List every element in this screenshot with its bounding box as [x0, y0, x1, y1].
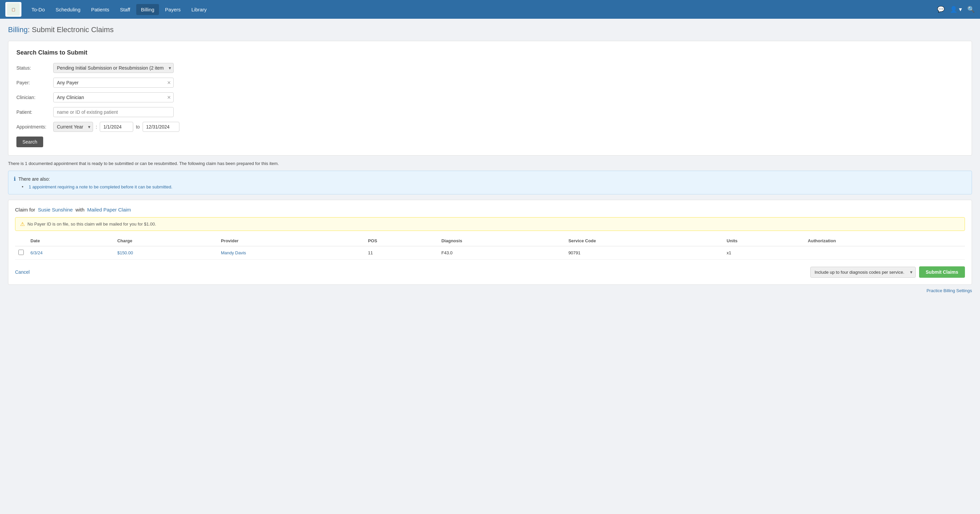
row-service-code: 90791: [565, 246, 723, 260]
appointment-note-link[interactable]: 1 appointment requiring a note to be com…: [29, 185, 172, 189]
col-date: Date: [27, 236, 114, 246]
submit-claims-button[interactable]: Submit Claims: [919, 266, 965, 278]
col-authorization: Authorization: [805, 236, 965, 246]
payer-input-wrap: ✕: [53, 78, 174, 88]
status-label: Status:: [16, 65, 53, 71]
clinician-input[interactable]: [53, 92, 174, 102]
date-to-label: to: [136, 124, 140, 129]
date-range-preset[interactable]: Current Year: [53, 122, 93, 132]
patient-label: Patient:: [16, 110, 53, 115]
claims-table: Date Charge Provider POS Diagnosis Servi…: [15, 236, 965, 260]
col-diagnosis: Diagnosis: [438, 236, 565, 246]
row-pos: 11: [364, 246, 438, 260]
bottom-bar: Cancel Include up to four diagnosis code…: [15, 266, 965, 278]
user-menu-icon[interactable]: 👤 ▾: [950, 6, 962, 13]
col-provider: Provider: [218, 236, 365, 246]
page-content: Billing: Submit Electronic Claims Search…: [0, 19, 980, 303]
search-card: Search Claims to Submit Status: Pending …: [8, 41, 972, 156]
appointments-row: Appointments: Current Year ▾ : to: [16, 122, 964, 132]
info-box-title: There are also:: [18, 177, 50, 182]
claim-title: Claim for Susie Sunshine with Mailed Pap…: [15, 207, 965, 213]
date-range: Current Year ▾ : to: [53, 122, 180, 132]
page-title-suffix: : Submit Electronic Claims: [28, 25, 114, 34]
nav-item-patients[interactable]: Patients: [86, 4, 114, 15]
logo-image: 📋: [7, 3, 20, 16]
nav-right: 💬 👤 ▾ 🔍: [937, 6, 975, 13]
row-checkbox[interactable]: [18, 250, 24, 255]
provider-link[interactable]: Mandy Davis: [221, 250, 246, 255]
status-select[interactable]: Pending Initial Submission or Resubmissi…: [53, 63, 174, 73]
navigation: 📋 To-Do Scheduling Patients Staff Billin…: [0, 0, 980, 19]
messages-icon[interactable]: 💬: [937, 6, 945, 13]
nav-item-scheduling[interactable]: Scheduling: [51, 4, 85, 15]
info-icon: ℹ: [14, 176, 16, 182]
bullet-point: •: [22, 184, 24, 189]
col-service-code: Service Code: [565, 236, 723, 246]
row-authorization: [805, 246, 965, 260]
row-diagnosis: F43.0: [438, 246, 565, 260]
date-from-input[interactable]: [100, 122, 133, 132]
table-row: 6/3/24 $150.00 Mandy Davis 11 F43.0 9079…: [15, 246, 965, 260]
search-section-title: Search Claims to Submit: [16, 49, 964, 56]
clinician-input-wrap: ✕: [53, 92, 174, 102]
warning-text: No Payer ID is on file, so this claim wi…: [27, 221, 156, 226]
search-icon[interactable]: 🔍: [967, 6, 975, 13]
claim-payer-link[interactable]: Mailed Paper Claim: [87, 207, 131, 213]
row-date: 6/3/24: [27, 246, 114, 260]
billing-breadcrumb[interactable]: Billing: [8, 25, 28, 34]
row-units: x1: [723, 246, 805, 260]
clinician-row: Clinician: ✕: [16, 92, 964, 102]
date-link[interactable]: 6/3/24: [30, 250, 43, 255]
patient-row: Patient:: [16, 107, 964, 117]
nav-items: To-Do Scheduling Patients Staff Billing …: [27, 4, 937, 15]
clinician-label: Clinician:: [16, 95, 53, 100]
payer-label: Payer:: [16, 80, 53, 85]
col-charge: Charge: [114, 236, 218, 246]
nav-item-todo[interactable]: To-Do: [27, 4, 49, 15]
claim-title-prefix: Claim for: [15, 207, 35, 213]
nav-item-billing[interactable]: Billing: [136, 4, 159, 15]
patient-input[interactable]: [53, 107, 174, 117]
claim-patient-link[interactable]: Susie Sunshine: [38, 207, 73, 213]
page-title: Billing: Submit Electronic Claims: [8, 25, 972, 34]
payer-input[interactable]: [53, 78, 174, 88]
row-provider: Mandy Davis: [218, 246, 365, 260]
nav-item-payers[interactable]: Payers: [160, 4, 185, 15]
info-box-header: ℹ There are also:: [14, 176, 966, 182]
date-range-preset-wrap: Current Year ▾: [53, 122, 93, 132]
payer-clear-button[interactable]: ✕: [167, 80, 171, 85]
cancel-button[interactable]: Cancel: [15, 269, 30, 275]
row-checkbox-cell: [15, 246, 27, 260]
col-checkbox: [15, 236, 27, 246]
practice-billing-settings-link[interactable]: Practice Billing Settings: [926, 288, 972, 293]
footer-link: Practice Billing Settings: [8, 285, 972, 296]
charge-link[interactable]: $150.00: [117, 250, 133, 255]
claim-card: Claim for Susie Sunshine with Mailed Pap…: [8, 200, 972, 285]
claim-with-text: with: [76, 207, 85, 213]
date-to-input[interactable]: [143, 122, 180, 132]
nav-item-staff[interactable]: Staff: [115, 4, 135, 15]
payer-row: Payer: ✕: [16, 78, 964, 88]
warning-icon: ⚠: [20, 221, 25, 227]
row-charge: $150.00: [114, 246, 218, 260]
warning-box: ⚠ No Payer ID is on file, so this claim …: [15, 217, 965, 231]
date-colon: :: [96, 124, 97, 129]
bottom-right: Include up to four diagnosis codes per s…: [810, 266, 965, 278]
result-text: There is 1 documented appointment that i…: [8, 161, 972, 166]
status-select-wrap: Pending Initial Submission or Resubmissi…: [53, 63, 174, 73]
table-header-row: Date Charge Provider POS Diagnosis Servi…: [15, 236, 965, 246]
search-button[interactable]: Search: [16, 137, 43, 147]
col-pos: POS: [364, 236, 438, 246]
status-row: Status: Pending Initial Submission or Re…: [16, 63, 964, 73]
diagnosis-codes-select[interactable]: Include up to four diagnosis codes per s…: [810, 267, 916, 278]
logo[interactable]: 📋: [5, 2, 21, 17]
nav-item-library[interactable]: Library: [187, 4, 212, 15]
diagnosis-select-wrap: Include up to four diagnosis codes per s…: [810, 267, 916, 278]
appointments-label: Appointments:: [16, 124, 53, 129]
info-box: ℹ There are also: • 1 appointment requir…: [8, 171, 972, 194]
clinician-clear-button[interactable]: ✕: [167, 95, 171, 100]
col-units: Units: [723, 236, 805, 246]
